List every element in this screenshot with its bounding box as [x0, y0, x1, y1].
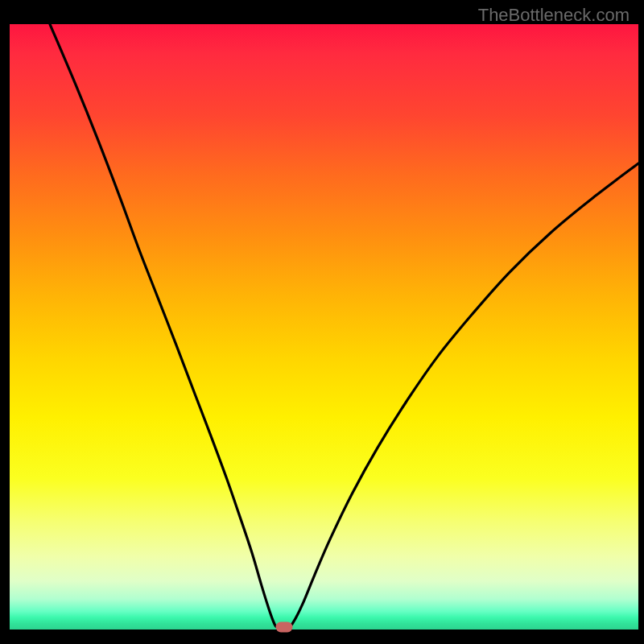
plot-area: [10, 24, 638, 630]
watermark-text: TheBottleneck.com: [478, 5, 630, 26]
chart-frame: [10, 0, 638, 636]
optimal-point-marker: [275, 622, 292, 633]
curve-svg: [10, 24, 638, 630]
bottleneck-curve: [50, 24, 638, 629]
